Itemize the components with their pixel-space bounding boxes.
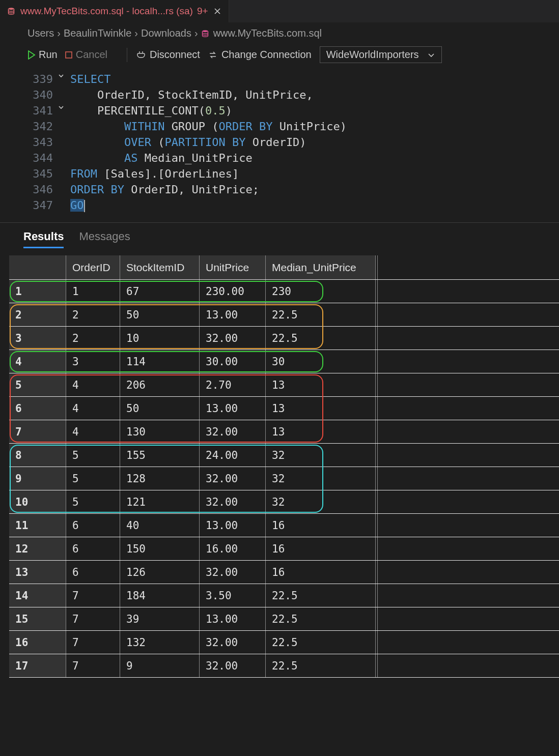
cell-median[interactable]: 30 [266, 350, 376, 373]
table-row[interactable]: 7413032.0013 [9, 420, 559, 444]
cell-unitprice[interactable]: 32.00 [200, 467, 266, 490]
cell-stockitemid[interactable]: 9 [120, 654, 200, 677]
cell-median[interactable]: 22.5 [266, 631, 376, 654]
cell-stockitemid[interactable]: 39 [120, 607, 200, 630]
cell-unitprice[interactable]: 13.00 [200, 303, 266, 326]
cell-unitprice[interactable]: 30.00 [200, 350, 266, 373]
cell-orderid[interactable]: 4 [66, 373, 120, 396]
cell-stockitemid[interactable]: 184 [120, 584, 200, 607]
cell-stockitemid[interactable]: 128 [120, 467, 200, 490]
cell-median[interactable]: 16 [266, 514, 376, 537]
results-grid[interactable]: OrderIDStockItemIDUnitPriceMedian_UnitPr… [0, 255, 559, 678]
code-line[interactable]: 343 OVER (PARTITION BY OrderID) [0, 134, 559, 150]
cell-median[interactable]: 13 [266, 373, 376, 396]
code-line[interactable]: 344 AS Median_UnitPrice [0, 150, 559, 166]
table-row[interactable]: 4311430.0030 [9, 350, 559, 373]
code-editor[interactable]: 339SELECT340 OrderID, StockItemID, UnitP… [0, 68, 559, 213]
cell-median[interactable]: 16 [266, 537, 376, 560]
column-header[interactable]: StockItemID [120, 255, 200, 279]
table-row[interactable]: 16713232.0022.5 [9, 631, 559, 654]
cell-unitprice[interactable]: 13.00 [200, 397, 266, 420]
cell-median[interactable]: 13 [266, 397, 376, 420]
table-row[interactable]: 13612632.0016 [9, 561, 559, 584]
cell-unitprice[interactable]: 24.00 [200, 444, 266, 467]
cell-orderid[interactable]: 4 [66, 420, 120, 443]
tab-results[interactable]: Results [23, 230, 64, 247]
fold-chevron-icon[interactable] [58, 104, 64, 110]
cell-unitprice[interactable]: 13.00 [200, 607, 266, 630]
cell-stockitemid[interactable]: 206 [120, 373, 200, 396]
cell-stockitemid[interactable]: 132 [120, 631, 200, 654]
cell-unitprice[interactable]: 32.00 [200, 420, 266, 443]
cell-median[interactable]: 22.5 [266, 654, 376, 677]
cell-stockitemid[interactable]: 126 [120, 561, 200, 584]
cell-orderid[interactable]: 7 [66, 631, 120, 654]
cell-stockitemid[interactable]: 121 [120, 490, 200, 513]
table-row[interactable]: 645013.0013 [9, 397, 559, 420]
cell-median[interactable]: 32 [266, 467, 376, 490]
code-line[interactable]: 347GO [0, 197, 559, 213]
change-connection-button[interactable]: Change Connection [208, 49, 312, 61]
tab-messages[interactable]: Messages [79, 230, 130, 247]
code-line[interactable]: 341 PERCENTILE_CONT(0.5) [0, 103, 559, 119]
column-header[interactable]: OrderID [66, 255, 120, 279]
table-row[interactable]: 10512132.0032 [9, 490, 559, 514]
cell-unitprice[interactable]: 2.70 [200, 373, 266, 396]
table-row[interactable]: 1164013.0016 [9, 514, 559, 537]
cell-median[interactable]: 13 [266, 420, 376, 443]
table-row[interactable]: 1471843.5022.5 [9, 584, 559, 607]
cell-stockitemid[interactable]: 114 [120, 350, 200, 373]
cell-stockitemid[interactable]: 67 [120, 280, 200, 303]
code-line[interactable]: 346ORDER BY OrderID, UnitPrice; [0, 182, 559, 197]
cell-stockitemid[interactable]: 50 [120, 397, 200, 420]
cell-orderid[interactable]: 2 [66, 303, 120, 326]
code-line[interactable]: 339SELECT [0, 71, 559, 87]
cell-orderid[interactable]: 6 [66, 561, 120, 584]
cell-orderid[interactable]: 1 [66, 280, 120, 303]
breadcrumb-item[interactable]: Downloads [141, 27, 191, 39]
cell-median[interactable]: 16 [266, 561, 376, 584]
cell-unitprice[interactable]: 32.00 [200, 327, 266, 350]
cell-orderid[interactable]: 3 [66, 350, 120, 373]
cell-unitprice[interactable]: 16.00 [200, 537, 266, 560]
cell-unitprice[interactable]: 3.50 [200, 584, 266, 607]
breadcrumb-item[interactable]: Users [27, 27, 54, 39]
cell-unitprice[interactable]: 32.00 [200, 561, 266, 584]
code-line[interactable]: 340 OrderID, StockItemID, UnitPrice, [0, 87, 559, 103]
cell-orderid[interactable]: 6 [66, 537, 120, 560]
cell-median[interactable]: 22.5 [266, 327, 376, 350]
table-row[interactable]: 9512832.0032 [9, 467, 559, 490]
cell-orderid[interactable]: 4 [66, 397, 120, 420]
cell-orderid[interactable]: 7 [66, 607, 120, 630]
cell-median[interactable]: 22.5 [266, 303, 376, 326]
cell-median[interactable]: 32 [266, 444, 376, 467]
cell-median[interactable]: 32 [266, 490, 376, 513]
run-button[interactable]: Run [27, 49, 58, 61]
cell-stockitemid[interactable]: 40 [120, 514, 200, 537]
table-row[interactable]: 542062.7013 [9, 373, 559, 397]
code-line[interactable]: 345FROM [Sales].[OrderLines] [0, 166, 559, 182]
column-header[interactable]: Median_UnitPrice [266, 255, 376, 279]
cell-unitprice[interactable]: 32.00 [200, 631, 266, 654]
cell-unitprice[interactable]: 32.00 [200, 654, 266, 677]
editor-tab[interactable]: www.MyTecBits.com.sql - localh...rs (sa)… [0, 0, 229, 22]
cell-unitprice[interactable]: 32.00 [200, 490, 266, 513]
cell-stockitemid[interactable]: 150 [120, 537, 200, 560]
table-row[interactable]: 12615016.0016 [9, 537, 559, 561]
cell-stockitemid[interactable]: 10 [120, 327, 200, 350]
table-row[interactable]: 321032.0022.5 [9, 327, 559, 350]
breadcrumb-item[interactable]: BeaulinTwinkle [64, 27, 131, 39]
cell-orderid[interactable]: 5 [66, 444, 120, 467]
cell-orderid[interactable]: 2 [66, 327, 120, 350]
table-row[interactable]: 177932.0022.5 [9, 654, 559, 678]
table-row[interactable]: 8515524.0032 [9, 444, 559, 467]
cell-stockitemid[interactable]: 155 [120, 444, 200, 467]
table-row[interactable]: 225013.0022.5 [9, 303, 559, 327]
cell-median[interactable]: 22.5 [266, 584, 376, 607]
close-icon[interactable] [213, 7, 221, 15]
table-row[interactable]: 1573913.0022.5 [9, 607, 559, 631]
cell-orderid[interactable]: 5 [66, 467, 120, 490]
cell-orderid[interactable]: 5 [66, 490, 120, 513]
table-row[interactable]: 1167230.00230 [9, 280, 559, 303]
cell-unitprice[interactable]: 230.00 [200, 280, 266, 303]
